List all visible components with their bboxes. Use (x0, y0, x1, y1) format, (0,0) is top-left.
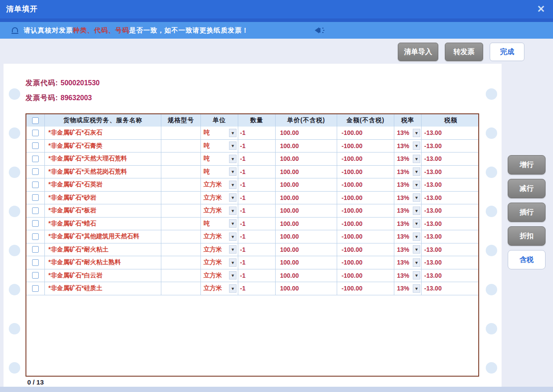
tax-amount-cell[interactable]: -13.00 (422, 166, 480, 178)
goods-name-cell[interactable]: *非金属矿石*天然花岗石荒料 (45, 166, 161, 178)
tax-amount-cell[interactable]: -13.00 (422, 127, 480, 139)
unit-price-cell[interactable]: 100.00 (276, 218, 337, 230)
unit-dropdown-icon[interactable]: ▾ (229, 129, 236, 137)
unit-dropdown-icon[interactable]: ▾ (229, 232, 236, 241)
goods-name-cell[interactable]: *非金属矿石*砂岩 (45, 192, 161, 204)
row-checkbox[interactable] (32, 207, 39, 214)
unit-price-cell[interactable]: 100.00 (276, 152, 337, 165)
spec-cell[interactable] (161, 218, 201, 230)
remove-row-button[interactable]: 减行 (508, 179, 546, 198)
unit-dropdown-icon[interactable]: ▾ (229, 142, 236, 150)
quantity-cell[interactable]: -1 (238, 127, 276, 139)
quantity-cell[interactable]: -1 (238, 230, 276, 243)
to-invoice-button[interactable]: 转发票 (445, 43, 483, 61)
tax-rate-dropdown-icon[interactable]: ▾ (413, 129, 420, 137)
tax-amount-cell[interactable]: -13.00 (422, 152, 480, 165)
row-checkbox[interactable] (32, 142, 39, 149)
unit-value[interactable]: 立方米 (204, 194, 222, 202)
row-checkbox[interactable] (32, 181, 39, 188)
speaker-icon[interactable] (315, 27, 324, 34)
tax-rate-value[interactable]: 13% (397, 246, 409, 253)
row-checkbox[interactable] (32, 194, 39, 201)
goods-name-cell[interactable]: *非金属矿石*石英岩 (45, 178, 161, 191)
unit-price-cell[interactable]: 100.00 (276, 282, 337, 295)
row-checkbox[interactable] (32, 220, 39, 227)
tax-rate-value[interactable]: 13% (397, 155, 409, 162)
goods-name-cell[interactable]: *非金属矿石*硅质土 (45, 282, 161, 295)
unit-value[interactable]: 立方米 (204, 181, 222, 189)
unit-price-cell[interactable]: 100.00 (276, 230, 337, 243)
amount-cell[interactable]: -100.00 (337, 218, 394, 230)
select-all-checkbox[interactable] (32, 117, 39, 124)
tax-rate-dropdown-icon[interactable]: ▾ (413, 219, 420, 228)
tax-rate-dropdown-icon[interactable]: ▾ (413, 271, 420, 279)
tax-amount-cell[interactable]: -13.00 (422, 269, 480, 282)
tax-amount-cell[interactable]: -13.00 (422, 204, 480, 217)
tax-amount-cell[interactable]: -13.00 (422, 256, 480, 269)
row-checkbox[interactable] (32, 285, 39, 292)
goods-name-cell[interactable]: *非金属矿石*其他建筑用天然石料 (45, 230, 161, 243)
tax-rate-value[interactable]: 13% (397, 168, 409, 175)
unit-dropdown-icon[interactable]: ▾ (229, 207, 236, 215)
unit-value[interactable]: 立方米 (204, 272, 222, 279)
row-checkbox[interactable] (32, 246, 39, 253)
unit-dropdown-icon[interactable]: ▾ (229, 155, 236, 163)
unit-price-cell[interactable]: 100.00 (276, 204, 337, 217)
unit-price-cell[interactable]: 100.00 (276, 256, 337, 269)
amount-cell[interactable]: -100.00 (337, 256, 394, 269)
quantity-cell[interactable]: -1 (238, 166, 276, 178)
tax-rate-dropdown-icon[interactable]: ▾ (413, 142, 420, 150)
spec-cell[interactable] (161, 178, 201, 191)
row-checkbox[interactable] (32, 168, 39, 175)
spec-cell[interactable] (161, 152, 201, 165)
spec-cell[interactable] (161, 243, 201, 256)
tax-rate-dropdown-icon[interactable]: ▾ (413, 155, 420, 163)
goods-name-cell[interactable]: *非金属矿石*耐火粘土熟料 (45, 256, 161, 269)
list-import-button[interactable]: 清单导入 (398, 43, 438, 61)
quantity-cell[interactable]: -1 (238, 152, 276, 165)
tax-rate-dropdown-icon[interactable]: ▾ (413, 181, 420, 189)
unit-dropdown-icon[interactable]: ▾ (229, 271, 236, 279)
tax-rate-dropdown-icon[interactable]: ▾ (413, 245, 420, 254)
spec-cell[interactable] (161, 256, 201, 269)
tax-rate-value[interactable]: 13% (397, 194, 409, 201)
tax-rate-value[interactable]: 13% (397, 207, 409, 214)
quantity-cell[interactable]: -1 (238, 282, 276, 295)
tax-rate-dropdown-icon[interactable]: ▾ (413, 167, 420, 176)
amount-cell[interactable]: -100.00 (337, 152, 394, 165)
tax-rate-value[interactable]: 13% (397, 272, 409, 279)
tax-rate-value[interactable]: 13% (397, 129, 409, 136)
amount-cell[interactable]: -100.00 (337, 243, 394, 256)
tax-rate-dropdown-icon[interactable]: ▾ (413, 232, 420, 241)
close-icon[interactable]: ✕ (537, 0, 545, 18)
tax-rate-value[interactable]: 13% (397, 220, 409, 227)
unit-value[interactable]: 吨 (204, 142, 210, 150)
row-checkbox[interactable] (32, 130, 39, 136)
spec-cell[interactable] (161, 166, 201, 178)
unit-value[interactable]: 吨 (204, 129, 210, 137)
tax-rate-value[interactable]: 13% (397, 233, 409, 240)
add-row-button[interactable]: 增行 (508, 155, 546, 174)
tax-rate-dropdown-icon[interactable]: ▾ (413, 207, 420, 215)
amount-cell[interactable]: -100.00 (337, 282, 394, 295)
unit-dropdown-icon[interactable]: ▾ (229, 258, 236, 267)
unit-dropdown-icon[interactable]: ▾ (229, 167, 236, 176)
quantity-cell[interactable]: -1 (238, 204, 276, 217)
tax-rate-value[interactable]: 13% (397, 259, 409, 266)
quantity-cell[interactable]: -1 (238, 218, 276, 230)
spec-cell[interactable] (161, 230, 201, 243)
spec-cell[interactable] (161, 269, 201, 282)
tax-amount-cell[interactable]: -13.00 (422, 230, 480, 243)
tax-included-button[interactable]: 含税 (508, 250, 546, 269)
quantity-cell[interactable]: -1 (238, 269, 276, 282)
unit-value[interactable]: 立方米 (204, 207, 222, 214)
unit-price-cell[interactable]: 100.00 (276, 178, 337, 191)
row-checkbox[interactable] (32, 259, 39, 266)
spec-cell[interactable] (161, 282, 201, 295)
unit-dropdown-icon[interactable]: ▾ (229, 284, 236, 293)
unit-value[interactable]: 吨 (204, 155, 210, 163)
unit-value[interactable]: 吨 (204, 168, 210, 176)
spec-cell[interactable] (161, 127, 201, 139)
amount-cell[interactable]: -100.00 (337, 269, 394, 282)
spec-cell[interactable] (161, 192, 201, 204)
